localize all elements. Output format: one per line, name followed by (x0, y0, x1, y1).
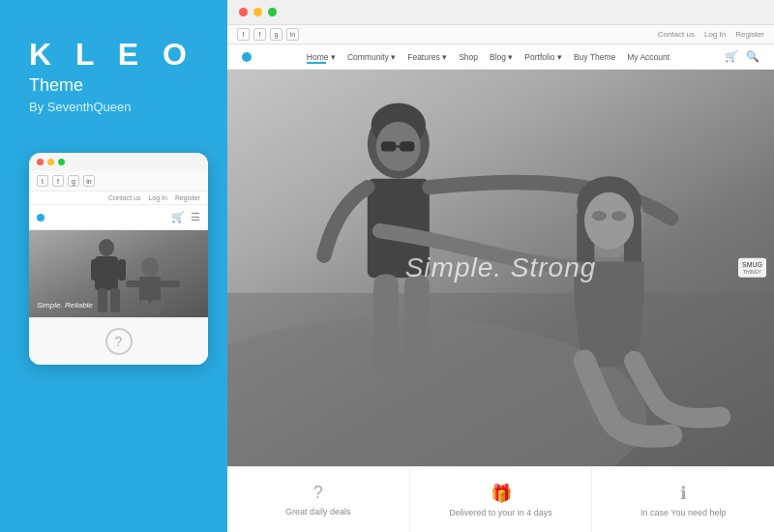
feature-item-help: ℹ In case You need help (592, 467, 774, 532)
browser-facebook-icon: f (253, 28, 266, 41)
svg-rect-5 (118, 259, 126, 281)
right-panel: t f g in Contact us Log In Register Home… (227, 0, 774, 532)
mobile-mockup: t f g in Contact us Log In Register 🛒 ☰ (29, 153, 208, 365)
browser-twitter-icon: t (237, 28, 250, 41)
browser-nav: Home ▾ Community ▾ Features ▾ Shop Blog … (227, 44, 774, 70)
nav-item-home[interactable]: Home ▾ (307, 52, 336, 62)
browser-cart-icon[interactable]: 🛒 (725, 50, 738, 63)
smug-sublabel: THINGY (742, 269, 762, 275)
mobile-dot-red (37, 159, 44, 165)
smug-badge: SMUG THINGY (738, 258, 766, 278)
browser-contact-bar: Contact us Log In Register (658, 30, 764, 39)
mobile-browser-chrome (29, 153, 208, 171)
features-bar: ? Great daily deals 🎁 Delivered to your … (227, 466, 774, 532)
svg-point-30 (584, 192, 634, 250)
nav-myaccount-label[interactable]: My Account (627, 52, 670, 62)
mobile-facebook-icon: f (52, 175, 64, 187)
mobile-cart-icon: 🛒 (171, 211, 185, 223)
svg-point-2 (99, 239, 114, 256)
mobile-bottom-bar: ? (29, 317, 208, 365)
browser-social-bar: t f g in (237, 28, 299, 41)
hero-text: Simple. Strong (405, 252, 597, 283)
mobile-nav-icons: 🛒 ☰ (171, 211, 200, 223)
help-icon: ℹ (680, 483, 687, 504)
svg-rect-25 (404, 274, 430, 373)
nav-portfolio-label[interactable]: Portfolio ▾ (524, 52, 562, 62)
svg-rect-4 (91, 259, 99, 281)
feature-item-deals: ? Great daily deals (227, 467, 410, 532)
browser-login-label: Log In (704, 30, 726, 39)
mobile-googleplus-icon: g (68, 175, 79, 187)
delivery-icon: 🎁 (491, 483, 512, 504)
mobile-social-bar: t f g in (29, 171, 208, 192)
deals-icon: ? (313, 483, 323, 503)
mobile-dot-yellow (47, 159, 54, 165)
svg-rect-20 (381, 141, 396, 151)
browser-googleplus-icon: g (270, 28, 283, 41)
feature-item-delivery: 🎁 Delivered to your in 4 days (410, 467, 593, 532)
svg-point-8 (141, 257, 159, 277)
browser-topbar: t f g in Contact us Log In Register (227, 25, 774, 44)
nav-blog-label[interactable]: Blog ▾ (490, 52, 513, 62)
left-panel: K L E O Theme By SeventhQueen t f g in C… (0, 0, 227, 532)
nav-buytheme-label[interactable]: Buy Theme (574, 52, 615, 62)
browser-chrome (227, 0, 774, 25)
browser-dot-green (268, 8, 277, 16)
svg-rect-11 (159, 281, 180, 287)
mobile-menu-icon: ☰ (191, 211, 200, 223)
browser-nav-right: 🛒 🔍 (725, 50, 759, 63)
mobile-hero-text: Simple. Reliable (37, 301, 93, 310)
mobile-login-label: Log In (148, 194, 166, 201)
mobile-logo-bar: 🛒 ☰ (29, 205, 208, 230)
delivery-label: Delivered to your in 4 days (449, 508, 552, 517)
svg-rect-24 (373, 274, 399, 373)
mobile-logo-dot (37, 214, 45, 222)
browser-search-icon[interactable]: 🔍 (746, 50, 759, 63)
mobile-linkedin-icon: in (83, 175, 95, 187)
nav-features-label[interactable]: Features ▾ (407, 52, 447, 62)
browser-dot-yellow (253, 8, 262, 16)
nav-active-indicator (307, 62, 326, 64)
mobile-twitter-icon: t (37, 175, 48, 187)
browser-dot-red (239, 8, 248, 16)
mobile-help-circle: ? (105, 328, 133, 355)
mobile-dot-green (58, 159, 65, 165)
hero-section: Simple. Strong SMUG THINGY (227, 70, 774, 466)
svg-rect-21 (400, 141, 414, 151)
browser-linkedin-icon: in (286, 28, 299, 41)
svg-rect-16 (227, 293, 774, 466)
svg-rect-12 (139, 300, 149, 314)
nav-community-label[interactable]: Community ▾ (347, 52, 396, 62)
svg-rect-10 (126, 281, 145, 287)
brand-by: By SeventhQueen (29, 100, 132, 114)
browser-contact-label: Contact us (658, 30, 695, 39)
brand-subtitle: Theme (29, 75, 83, 96)
help-label: In case You need help (640, 508, 727, 517)
browser-nav-links: Home ▾ Community ▾ Features ▾ Shop Blog … (307, 52, 670, 62)
mobile-contact-bar: Contact us Log In Register (29, 192, 208, 205)
mobile-question-mark: ? (115, 334, 123, 349)
hero-background: Simple. Strong SMUG THINGY (227, 70, 774, 466)
brand-title: K L E O (29, 39, 194, 70)
svg-rect-7 (110, 288, 120, 312)
browser-register-label: Register (735, 30, 764, 39)
mobile-hero: Simple. Reliable (29, 230, 208, 317)
svg-rect-6 (98, 288, 107, 312)
svg-point-31 (592, 211, 607, 221)
nav-shop-label[interactable]: Shop (459, 52, 478, 62)
svg-point-32 (611, 211, 626, 221)
smug-label: SMUG (742, 261, 762, 269)
mobile-contact-label: Contact us (108, 194, 140, 201)
browser-logo (242, 52, 252, 62)
deals-label: Great daily deals (285, 507, 351, 517)
desktop-mockup: t f g in Contact us Log In Register Home… (227, 0, 774, 532)
nav-home-label: Home ▾ (307, 52, 336, 62)
mobile-register-label: Register (175, 194, 200, 201)
svg-rect-13 (151, 300, 161, 314)
